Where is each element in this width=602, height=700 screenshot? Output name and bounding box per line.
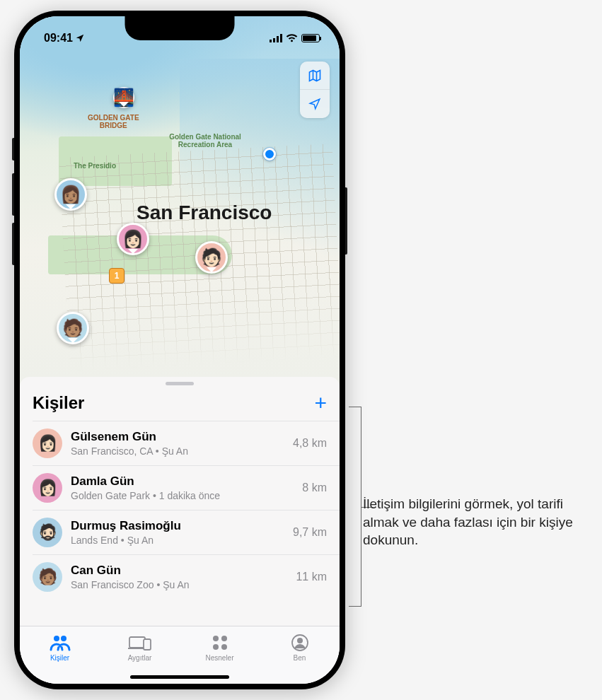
map-pin-person-2[interactable]: 👩🏻 <box>117 223 149 255</box>
people-sheet[interactable]: Kişiler + 👩🏻 Gülsenem Gün San Francisco,… <box>20 377 340 684</box>
person-name: Can Gün <box>71 564 287 578</box>
avatar: 👩🏻 <box>33 428 62 458</box>
location-arrow-icon <box>308 98 321 110</box>
map-pin-person-3[interactable]: 🧑🏻 <box>195 241 228 274</box>
person-subtitle: San Francisco, CA • Şu An <box>71 445 284 457</box>
svg-rect-6 <box>129 637 145 648</box>
tab-label: Kişiler <box>50 654 69 662</box>
tab-items[interactable]: Nesneler <box>180 626 260 668</box>
person-row[interactable]: 🧑🏽 Can Gün San Francisco Zoo • Şu An 11 … <box>33 554 340 599</box>
person-distance: 8 km <box>302 482 327 494</box>
screen: 09:41 San Francisco GOLDEN GATE BRIDGE G… <box>20 16 340 684</box>
cellular-icon <box>270 34 282 42</box>
svg-point-9 <box>221 636 227 641</box>
wifi-icon <box>286 34 298 42</box>
map-pin-person-4[interactable]: 🧑🏽 <box>57 312 89 344</box>
map-pin-golden-gate-bridge[interactable]: 🌉 <box>113 87 134 108</box>
person-distance: 9,7 km <box>293 526 327 539</box>
avatar: 👩🏻 <box>33 473 62 503</box>
avatar: 🧑🏽 <box>33 562 62 592</box>
svg-rect-3 <box>280 34 282 42</box>
svg-point-11 <box>221 644 227 650</box>
person-distance: 4,8 km <box>293 437 327 450</box>
battery-icon <box>301 34 320 42</box>
person-row[interactable]: 👩🏻 Gülsenem Gün San Francisco, CA • Şu A… <box>33 421 340 465</box>
person-subtitle: Lands End • Şu An <box>71 535 284 546</box>
home-indicator[interactable] <box>130 675 229 679</box>
tab-label: Aygıtlar <box>128 654 152 662</box>
avatar: 🧔🏻 <box>33 518 62 547</box>
svg-point-10 <box>213 644 219 650</box>
notch <box>125 16 235 40</box>
map-style-button[interactable] <box>300 62 330 90</box>
devices-icon <box>128 635 152 651</box>
person-name: Durmuş Rasimoğlu <box>71 519 284 533</box>
sheet-grabber[interactable] <box>166 382 194 385</box>
volume-up-button <box>12 173 14 216</box>
people-list: 👩🏻 Gülsenem Gün San Francisco, CA • Şu A… <box>20 421 340 599</box>
current-location-button[interactable] <box>300 90 330 118</box>
sheet-title: Kişiler <box>33 393 84 413</box>
svg-rect-1 <box>273 38 275 42</box>
side-button <box>345 187 347 255</box>
svg-point-5 <box>61 636 66 641</box>
items-icon <box>212 634 228 651</box>
person-distance: 11 km <box>296 571 327 583</box>
svg-rect-7 <box>144 639 151 650</box>
phone-frame: 09:41 San Francisco GOLDEN GATE BRIDGE G… <box>14 11 345 689</box>
poi-label-presidio: The Presidio <box>66 162 123 170</box>
person-subtitle: San Francisco Zoo • Şu An <box>71 579 287 590</box>
map-icon <box>308 69 322 83</box>
status-time: 09:41 <box>44 32 73 45</box>
route-1-shield: 1 <box>109 268 125 284</box>
map-controls <box>300 62 330 118</box>
map-view[interactable]: San Francisco GOLDEN GATE BRIDGE Golden … <box>20 16 340 404</box>
callout-bracket <box>349 407 361 607</box>
map-pin-person-1[interactable]: 👩🏽 <box>54 178 87 211</box>
tab-label: Nesneler <box>205 654 233 662</box>
tab-label: Ben <box>294 654 306 662</box>
location-services-icon <box>75 33 85 43</box>
map-city-label: San Francisco <box>137 202 272 224</box>
poi-label-golden-gate-bridge: GOLDEN GATE BRIDGE <box>88 114 139 129</box>
person-row[interactable]: 🧔🏻 Durmuş Rasimoğlu Lands End • Şu An 9,… <box>33 510 340 554</box>
tab-me[interactable]: Ben <box>260 626 340 668</box>
person-subtitle: Golden Gate Park • 1 dakika önce <box>71 490 294 501</box>
mute-switch <box>12 138 14 161</box>
tab-people[interactable]: Kişiler <box>20 626 100 668</box>
callout-text: İletişim bilgilerini görmek, yol tarifi … <box>363 495 589 549</box>
person-name: Damla Gün <box>71 474 294 489</box>
me-icon <box>291 634 308 651</box>
my-location-dot[interactable] <box>263 148 276 161</box>
svg-rect-0 <box>270 40 272 42</box>
volume-down-button <box>12 223 14 265</box>
svg-point-8 <box>213 636 219 641</box>
poi-label-ggnra: Golden Gate National Recreation Area <box>166 133 244 148</box>
person-row[interactable]: 👩🏻 Damla Gün Golden Gate Park • 1 dakika… <box>33 465 340 510</box>
add-person-button[interactable]: + <box>314 392 327 414</box>
svg-point-13 <box>297 638 303 643</box>
people-icon <box>50 634 71 651</box>
svg-rect-2 <box>277 36 279 42</box>
tab-devices[interactable]: Aygıtlar <box>100 626 180 668</box>
sheet-header: Kişiler + <box>20 390 340 421</box>
svg-point-4 <box>54 636 59 641</box>
person-name: Gülsenem Gün <box>71 430 284 444</box>
